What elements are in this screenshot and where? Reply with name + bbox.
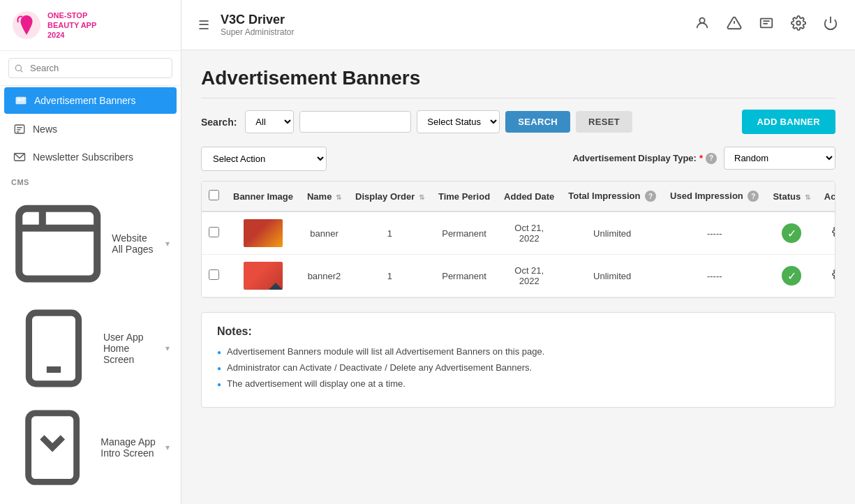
row-used-impression: ----- [663,255,766,297]
notes-item: The advertisement will display one at a … [217,378,819,389]
notes-box: Notes: Advertisement Banners module will… [201,312,835,408]
page-content: Advertisement Banners Search: All Select… [181,50,855,504]
notes-title: Notes: [217,325,819,338]
sidebar-item-label: Manage App Intro Screen [101,436,158,459]
row-banner-image [226,255,300,297]
user-profile-button[interactable] [692,13,713,37]
row-total-impression: Unlimited [561,212,663,255]
col-display-order[interactable]: Display Order ⇅ [348,181,431,212]
col-name[interactable]: Name ⇅ [300,181,348,212]
col-used-impression: Used Impression ? [663,181,766,212]
hamburger-menu-button[interactable]: ☰ [195,15,212,36]
alert-icon [727,15,742,31]
sort-icon: ⇅ [419,193,424,201]
sidebar-search-wrap [0,51,181,86]
table-row: banner2 1 Permanent Oct 21, 2022 Unlimit… [202,255,835,297]
row-action-button[interactable] [829,223,835,244]
row-select-checkbox[interactable] [209,227,219,237]
row-action-button[interactable] [829,265,835,287]
search-all-select[interactable]: All [245,110,294,133]
add-banner-button[interactable]: ADD BANNER [742,110,835,134]
header-title-block: V3C Driver Super Administrator [221,13,683,37]
info-icon: ? [706,153,717,164]
list-icon [759,15,774,31]
banner-thumbnail [244,219,283,247]
header-role: Super Administrator [221,27,683,37]
sidebar-item-advertisement-banners[interactable]: Advertisement Banners [4,87,177,114]
app-name: ONE-STOP BEAUTY APP 2024 [47,10,96,40]
header-driver-name: V3C Driver [221,13,683,27]
row-used-impression: ----- [663,212,766,255]
status-select[interactable]: Select Status Active Inactive [417,110,500,133]
notes-list: Advertisement Banners module will list a… [217,346,819,389]
sidebar-item-website-all-pages[interactable]: Website All Pages ▾ [0,189,181,298]
row-status: ✓ [766,212,817,255]
main-area: ☰ V3C Driver Super Administrator [181,0,855,504]
banners-table-container: Banner Image Name ⇅ Display Order ⇅ Time… [201,181,835,298]
settings-button[interactable] [788,13,809,37]
app-logo-icon [11,10,42,40]
sidebar-item-app-intro[interactable]: Manage App Intro Screen ▾ [0,399,181,496]
row-display-order: 1 [348,255,431,297]
header-icons [692,13,841,37]
sort-icon: ⇅ [336,193,341,201]
chevron-down-icon: ▾ [165,443,170,452]
logo-block: ONE-STOP BEAUTY APP 2024 [0,0,181,51]
action-row: Select Action Activate Deactivate Delete… [201,147,835,171]
row-action [817,212,835,255]
sidebar-search-input[interactable] [8,58,172,78]
row-select-checkbox[interactable] [209,269,219,280]
col-banner-image: Banner Image [226,181,300,212]
page-title: Advertisement Banners [201,67,835,98]
newsletter-icon [13,151,26,163]
sidebar-item-newsletter[interactable]: Newsletter Subscribers [0,143,181,171]
notes-item: Advertisement Banners module will list a… [217,346,819,357]
row-time-period: Permanent [431,255,497,297]
power-button[interactable] [820,13,841,37]
display-type-select[interactable]: Random Sequential [724,147,835,170]
row-name: banner2 [300,255,348,297]
required-star: * [699,153,703,163]
settings-gear-icon [832,225,835,238]
advertisement-icon [15,94,27,107]
search-button[interactable]: SEARCH [505,111,570,133]
chevron-down-icon: ▾ [165,343,170,353]
row-checkbox [202,255,226,297]
row-total-impression: Unlimited [561,255,663,297]
sidebar-item-label: Website All Pages [112,232,158,255]
svg-point-28 [699,18,704,23]
info-icon: ? [645,191,656,202]
banner-thumbnail [244,262,283,290]
website-icon [11,197,105,290]
row-status: ✓ [766,255,817,297]
search-text-input[interactable] [299,111,411,133]
col-checkbox [202,181,226,212]
row-added-date: Oct 21, 2022 [497,255,561,297]
reset-button[interactable]: RESET [576,111,632,133]
status-active-icon[interactable]: ✓ [782,223,801,243]
col-status[interactable]: Status ⇅ [766,181,817,212]
settings-gear-icon [832,268,835,281]
gear-icon [791,15,806,31]
row-checkbox [202,212,226,255]
table-row: banner 1 Permanent Oct 21, 2022 Unlimite… [202,212,835,255]
action-select-wrap: Select Action Activate Deactivate Delete [201,147,327,171]
select-all-checkbox[interactable] [209,190,219,200]
sidebar-nav: Advertisement Banners News Newsletter Su… [0,86,181,504]
sort-icon: ⇅ [805,193,810,201]
col-action: Action [817,181,835,212]
list-view-button[interactable] [756,13,777,37]
status-active-icon[interactable]: ✓ [782,266,801,286]
alert-button[interactable] [724,13,745,37]
sidebar-item-news[interactable]: News [0,115,181,143]
search-label: Search: [201,117,237,128]
table-header-row: Banner Image Name ⇅ Display Order ⇅ Time… [202,181,835,212]
display-type-label: Advertisement Display Type: * ? [572,153,717,164]
sidebar-item-language-labels[interactable]: Manage Language Labels [0,497,181,504]
svg-line-2 [21,70,23,72]
search-bar: Search: All Select Status Active Inactiv… [201,110,835,134]
action-select[interactable]: Select Action Activate Deactivate Delete [201,147,327,171]
sidebar-item-user-app-home[interactable]: User App Home Screen ▾ [0,298,181,399]
chevron-down-icon: ▾ [165,239,170,249]
sidebar-item-label: User App Home Screen [103,332,158,365]
